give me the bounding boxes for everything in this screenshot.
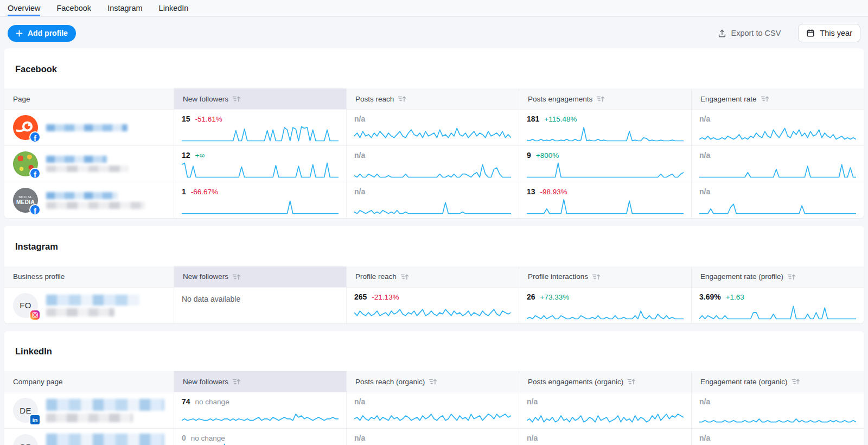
metric-cell-posts-engagements: 9+800% [519,146,691,182]
sparkline-chart [354,124,511,142]
column-header-label: Business profile [13,272,65,281]
metric-cell-posts-reach: n/a [346,182,519,218]
tab-overview[interactable]: Overview [8,0,40,16]
column-header-posts-reach[interactable]: Posts reach [346,88,519,109]
blurred-profile-name [46,156,129,172]
column-header-label: Profile interactions [528,272,588,281]
initials-avatar: OP [13,434,38,445]
date-range-button[interactable]: This year [798,24,860,42]
sparkline-chart [354,302,511,320]
column-header-engagement-rate-profile[interactable]: Engagement rate (profile) [691,266,864,287]
add-profile-button[interactable]: Add profile [8,25,76,42]
metric-cell-new-followers: 74no change [174,392,346,428]
sort-icon [596,95,605,103]
column-header-posts-engagements-organic[interactable]: Posts engagements (organic) [519,371,691,392]
column-header-new-followers[interactable]: New followers [174,371,346,392]
plus-icon [16,30,23,37]
sort-icon [627,378,636,385]
facebook-section-title: Facebook [4,56,864,81]
blurred-name-line [46,202,145,209]
blurred-profile-name [46,192,145,209]
column-header-posts-reach-organic[interactable]: Posts reach (organic) [346,371,519,392]
table-row: f 15-51.61% n/a 181+115.48% n/a [4,109,864,145]
metric-change: -98.93% [540,188,567,196]
tab-instagram[interactable]: Instagram [107,0,142,16]
column-header-label: Company page [13,378,63,386]
tab-facebook-label: Facebook [56,4,91,12]
metric-change: no change [191,434,225,443]
sort-icon [429,378,438,385]
linkedin-badge-icon: in [29,414,41,425]
camera-glyph [32,312,38,318]
profile-cell[interactable]: FO [4,288,174,323]
sort-icon [792,378,801,385]
metric-value: 9 [527,151,531,160]
column-header-label: Profile reach [355,272,397,281]
column-header-label: Engagement rate (organic) [700,378,788,386]
column-header-company-page: Company page [4,371,174,392]
sort-icon [232,95,241,103]
metric-cell-posts-reach-organic: n/a [346,392,519,428]
metric-change: +1.63 [726,293,744,302]
column-header-profile-reach[interactable]: Profile reach [346,266,519,287]
column-header-label: Engagement rate [700,95,757,103]
tab-facebook[interactable]: Facebook [56,0,91,16]
sparkline-chart [699,443,856,445]
export-to-csv-label: Export to CSV [731,29,781,37]
export-to-csv-button[interactable]: Export to CSV [714,28,784,39]
metric-value: n/a [699,115,710,123]
sparkline-chart [354,443,511,445]
metric-value: n/a [699,397,710,406]
profile-cell[interactable]: f [4,110,174,145]
instagram-badge-icon [29,309,41,321]
top-tab-bar: Overview Facebook Instagram LinkedIn [0,0,868,17]
profile-cell[interactable]: OP in [4,429,174,445]
profile-cell[interactable]: SOCIAL MEDIA f [4,182,174,218]
metric-change: +115.48% [544,115,577,124]
metric-value: n/a [699,434,710,442]
facebook-badge-icon: f [29,204,41,215]
blurred-name-line [46,399,164,411]
metric-cell-posts-engagements: 181+115.48% [519,110,691,145]
metric-cell-engagement-rate: n/a [691,182,864,218]
column-header-engagement-rate[interactable]: Engagement rate [691,88,864,109]
metric-cell-new-followers: 1-66.67% [174,182,346,218]
metric-value: 3.69% [699,293,721,301]
sparkline-chart [699,160,856,178]
metric-value: 13 [527,187,535,196]
add-profile-label: Add profile [28,29,68,37]
metric-value: n/a [354,397,365,406]
metric-cell-engagement-rate-profile: 3.69%+1.63 [691,288,864,323]
metric-value: n/a [354,434,365,442]
column-header-profile-interactions[interactable]: Profile interactions [519,266,691,287]
column-header-posts-engagements[interactable]: Posts engagements [519,88,691,109]
blurred-name-line [46,192,118,199]
sparkline-chart [699,124,856,142]
metric-value: 265 [354,293,367,301]
column-header-label: Posts engagements [528,95,592,103]
column-header-new-followers[interactable]: New followers [174,266,346,287]
avatar: DE in [13,398,38,423]
tab-linkedin[interactable]: LinkedIn [159,0,189,16]
calendar-icon [806,29,815,37]
avatar: OP in [13,434,38,445]
column-header-label: New followers [183,272,228,281]
metric-cell-engagement-rate: n/a [691,110,864,145]
profile-cell[interactable]: DE in [4,392,174,428]
column-header-new-followers[interactable]: New followers [174,88,346,109]
sparkline-chart [182,160,339,178]
column-header-business-profile: Business profile [4,266,174,287]
metric-value: 12 [182,151,190,160]
no-data-label: No data available [182,293,339,303]
blurred-profile-name [46,434,164,445]
column-header-engagement-rate-organic[interactable]: Engagement rate (organic) [691,371,864,392]
blurred-name-line [46,295,139,306]
avatar: f [13,115,38,140]
instagram-section-title: Instagram [4,233,864,259]
profile-cell[interactable]: f [4,146,174,182]
blurred-name-line [46,124,127,131]
sort-icon [232,273,241,281]
sparkline-chart [699,406,856,424]
metric-change: -21.13% [372,293,399,302]
sparkline-chart [354,196,511,214]
